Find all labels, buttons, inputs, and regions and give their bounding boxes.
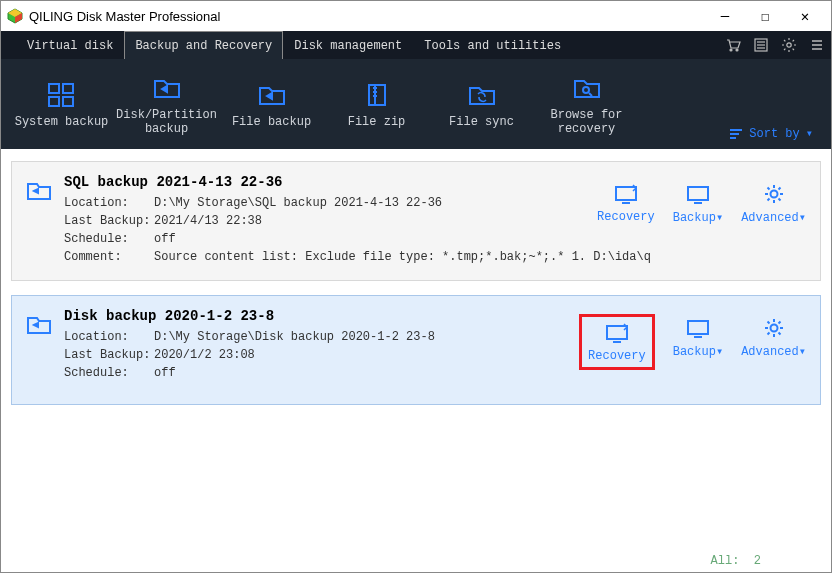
svg-rect-27	[616, 187, 636, 200]
folder-search-icon	[534, 72, 639, 104]
svg-rect-14	[63, 84, 73, 93]
tb-label: Browse for recovery	[534, 108, 639, 136]
recovery-label: Recovery	[588, 349, 646, 363]
comment-value: Source content list: Exclude file type: …	[154, 250, 651, 264]
gear-icon[interactable]	[775, 31, 803, 59]
list-icon[interactable]	[747, 31, 775, 59]
backup-card[interactable]: SQL backup 2021-4-13 22-36 Location:D:\M…	[11, 161, 821, 281]
svg-point-3	[730, 49, 732, 51]
svg-line-23	[589, 93, 592, 96]
tab-backup-recovery[interactable]: Backup and Recovery	[124, 31, 283, 59]
disk-partition-backup-button[interactable]: Disk/Partition backup	[114, 72, 219, 136]
statusbar: All: 2	[1, 550, 831, 572]
tb-label: File backup	[219, 115, 324, 129]
folder-arrow-icon	[219, 79, 324, 111]
tb-label: File sync	[429, 115, 534, 129]
schedule-label: Schedule:	[64, 366, 154, 380]
location-label: Location:	[64, 196, 154, 210]
location-value: D:\My Storage\Disk backup 2020-1-2 23-8	[154, 330, 435, 344]
app-logo-icon	[7, 8, 23, 24]
svg-rect-16	[63, 97, 73, 106]
folder-sync-icon	[429, 79, 534, 111]
backup-label: Backup▾	[673, 211, 723, 225]
monitor-arrow-icon	[588, 319, 646, 347]
monitor-icon	[673, 180, 723, 208]
schedule-value: off	[154, 366, 176, 380]
svg-rect-13	[49, 84, 59, 93]
folder-icon	[26, 180, 52, 202]
comment-label: Comment:	[64, 250, 154, 264]
tab-virtual-disk[interactable]: Virtual disk	[16, 31, 124, 59]
gear-icon	[741, 180, 806, 208]
svg-rect-15	[49, 97, 59, 106]
advanced-button[interactable]: Advanced▾	[741, 314, 806, 370]
system-backup-button[interactable]: System backup	[9, 79, 114, 129]
titlebar: QILING Disk Master Professional — ☐ ✕	[1, 1, 831, 31]
recovery-label: Recovery	[597, 210, 655, 224]
last-backup-value: 2020/1/2 23:08	[154, 348, 255, 362]
app-title: QILING Disk Master Professional	[29, 9, 705, 24]
location-value: D:\My Storage\SQL backup 2021-4-13 22-36	[154, 196, 442, 210]
svg-rect-34	[688, 321, 708, 334]
recovery-button[interactable]: Recovery	[597, 180, 655, 225]
file-zip-button[interactable]: File zip	[324, 79, 429, 129]
advanced-label: Advanced▾	[741, 211, 806, 225]
all-count: 2	[754, 554, 761, 568]
card-actions: Recovery Backup▾ Advanced▾	[579, 314, 806, 370]
svg-point-22	[583, 87, 589, 93]
cart-icon[interactable]	[719, 31, 747, 59]
folder-icon	[26, 314, 52, 336]
last-backup-label: Last Backup:	[64, 214, 154, 228]
browse-recovery-button[interactable]: Browse for recovery	[534, 72, 639, 136]
svg-rect-29	[688, 187, 708, 200]
tab-tools-utilities[interactable]: Tools and utilities	[413, 31, 572, 59]
file-sync-button[interactable]: File sync	[429, 79, 534, 129]
tab-disk-management[interactable]: Disk management	[283, 31, 413, 59]
all-label: All:	[711, 554, 740, 568]
folder-arrow-icon	[114, 72, 219, 104]
svg-point-9	[787, 43, 791, 47]
backup-button[interactable]: Backup▾	[673, 314, 723, 370]
monitor-icon	[673, 314, 723, 342]
sort-label: Sort by	[749, 127, 799, 141]
svg-point-4	[736, 49, 738, 51]
backup-label: Backup▾	[673, 345, 723, 359]
advanced-button[interactable]: Advanced▾	[741, 180, 806, 225]
menu-icon[interactable]	[803, 31, 831, 59]
recovery-button[interactable]: Recovery	[579, 314, 655, 370]
last-backup-value: 2021/4/13 22:38	[154, 214, 262, 228]
tb-label: System backup	[9, 115, 114, 129]
grid-icon	[9, 79, 114, 111]
gear-icon	[741, 314, 806, 342]
sort-lines-icon	[729, 128, 743, 140]
last-backup-label: Last Backup:	[64, 348, 154, 362]
svg-rect-32	[607, 326, 627, 339]
file-backup-button[interactable]: File backup	[219, 79, 324, 129]
chevron-down-icon: ▾	[806, 126, 813, 141]
svg-point-36	[770, 325, 777, 332]
zip-icon	[324, 79, 429, 111]
tb-label: Disk/Partition backup	[114, 108, 219, 136]
svg-point-31	[770, 191, 777, 198]
minimize-button[interactable]: —	[705, 2, 745, 30]
maximize-button[interactable]: ☐	[745, 2, 785, 30]
close-button[interactable]: ✕	[785, 2, 825, 30]
backup-card[interactable]: Disk backup 2020-1-2 23-8 Location:D:\My…	[11, 295, 821, 405]
card-actions: Recovery Backup▾ Advanced▾	[597, 180, 806, 225]
advanced-label: Advanced▾	[741, 345, 806, 359]
schedule-value: off	[154, 232, 176, 246]
tb-label: File zip	[324, 115, 429, 129]
sort-by-button[interactable]: Sort by ▾	[729, 126, 813, 141]
monitor-arrow-icon	[597, 180, 655, 208]
schedule-label: Schedule:	[64, 232, 154, 246]
location-label: Location:	[64, 330, 154, 344]
backup-button[interactable]: Backup▾	[673, 180, 723, 225]
backup-list: SQL backup 2021-4-13 22-36 Location:D:\M…	[1, 149, 831, 550]
main-tabs: Virtual disk Backup and Recovery Disk ma…	[1, 31, 831, 59]
toolbar: System backup Disk/Partition backup File…	[1, 59, 831, 149]
